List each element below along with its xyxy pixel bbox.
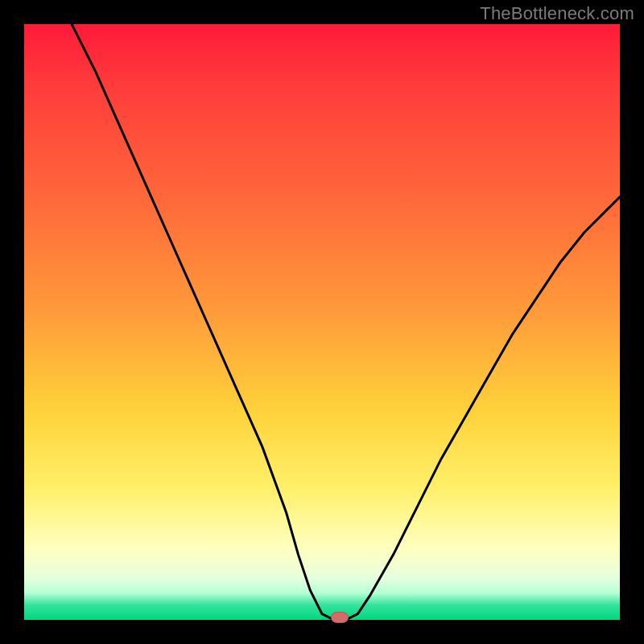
bottleneck-curve [72, 24, 620, 620]
optimum-marker [331, 612, 349, 623]
curve-svg [24, 24, 620, 620]
outer-frame: TheBottleneck.com [0, 0, 644, 644]
watermark-text: TheBottleneck.com [480, 3, 634, 24]
chart-area [24, 24, 620, 620]
